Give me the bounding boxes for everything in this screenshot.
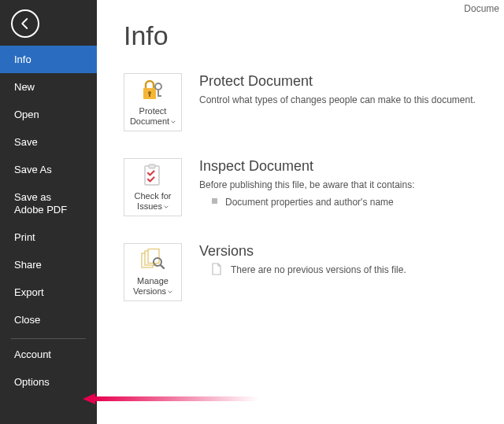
section-description: Control what types of changes people can… [199,93,485,107]
section-inspect: Check for Issues Inspect Document Before… [124,158,485,216]
chevron-down-icon [171,116,176,127]
button-label: Protect Document [130,106,169,126]
sidebar-item-label: Account [14,348,51,360]
sidebar-item-save-as[interactable]: Save As [0,156,97,183]
sidebar-item-export[interactable]: Export [0,278,97,306]
clipboard-check-icon [141,163,165,188]
sidebar-item-label: Options [14,376,50,388]
documents-magnifier-icon [139,248,166,273]
svg-rect-5 [158,95,161,97]
sidebar-item-save[interactable]: Save [0,128,97,156]
sidebar-item-print[interactable]: Print [0,223,97,251]
backstage-sidebar: Info New Open Save Save As Save as Adobe… [0,0,97,424]
protect-document-button[interactable]: Protect Document [124,73,182,131]
inspect-bullet-text: Document properties and author's name [225,195,394,209]
sidebar-item-share[interactable]: Share [0,251,97,278]
sidebar-item-label: Close [14,314,40,326]
sidebar-item-label: Save as Adobe PDF [14,191,67,216]
back-button[interactable] [11,9,39,38]
bullet-icon [212,198,217,204]
backstage-main: Info Protect Document Prot [97,0,504,424]
section-title: Versions [199,243,485,260]
sidebar-item-save-as-adobe-pdf[interactable]: Save as Adobe PDF [0,183,97,223]
sidebar-item-label: Share [14,259,42,271]
sidebar-item-label: Info [14,53,32,65]
svg-line-12 [161,265,164,268]
page-title: Info [124,20,485,51]
section-title: Protect Document [199,73,485,90]
button-label: Manage Versions [133,276,169,296]
section-protect: Protect Document Protect Document Contro… [124,73,485,131]
chevron-down-icon [168,286,172,297]
svg-rect-7 [149,164,155,168]
sidebar-item-label: Save [14,136,38,148]
sidebar-item-options[interactable]: Options [0,368,97,396]
section-description: Before publishing this file, be aware th… [199,178,485,192]
title-fragment: Docume [464,3,499,14]
sidebar-item-new[interactable]: New [0,73,97,101]
svg-point-3 [155,83,161,90]
arrow-left-icon [18,17,32,31]
chevron-down-icon [164,201,169,212]
svg-rect-2 [149,94,150,97]
svg-rect-6 [145,166,159,185]
sidebar-divider [11,338,86,339]
manage-versions-button[interactable]: Manage Versions [124,243,182,301]
sidebar-item-label: Export [14,286,44,298]
sidebar-item-account[interactable]: Account [0,341,97,368]
lock-key-icon [140,78,165,103]
versions-text: There are no previous versions of this f… [231,263,406,277]
sidebar-item-label: Open [14,109,39,120]
sidebar-item-info[interactable]: Info [0,46,97,73]
section-versions: Manage Versions Versions There are no pr… [124,243,485,301]
sidebar-item-label: Print [14,231,35,243]
sidebar-item-label: New [14,81,35,93]
check-for-issues-button[interactable]: Check for Issues [124,158,182,216]
sidebar-item-open[interactable]: Open [0,101,97,128]
document-icon [210,263,223,275]
sidebar-item-label: Save As [14,164,52,175]
sidebar-item-close[interactable]: Close [0,306,97,334]
section-title: Inspect Document [199,158,485,175]
